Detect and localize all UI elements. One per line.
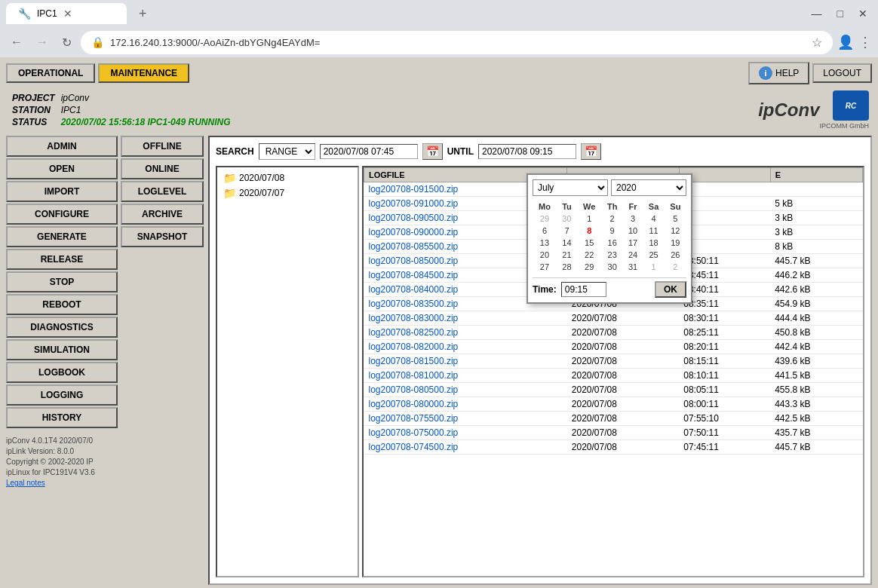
log-file-link[interactable]: log200708-085500.zip <box>369 241 459 252</box>
log-file-link[interactable]: log200708-082500.zip <box>369 327 459 338</box>
cal-day[interactable]: 3 <box>623 213 643 225</box>
cal-day[interactable]: 1 <box>577 213 601 225</box>
calendar-until-button[interactable]: 📅 <box>581 143 601 160</box>
cal-day[interactable]: 1 <box>643 261 664 273</box>
cal-day[interactable]: 15 <box>577 237 601 249</box>
archive-button[interactable]: ARCHIVE <box>121 204 204 225</box>
folder-item-20200707[interactable]: 📁 2020/07/07 <box>220 185 355 201</box>
cal-day[interactable]: 28 <box>557 261 577 273</box>
sidebar-logbook-button[interactable]: LOGBOOK <box>6 362 118 383</box>
sidebar-simulation-button[interactable]: SIMULATION <box>6 339 118 360</box>
cal-day[interactable]: 6 <box>533 225 557 237</box>
back-button[interactable]: ← <box>6 32 27 52</box>
cal-day[interactable]: 16 <box>601 237 622 249</box>
sidebar-release-button[interactable]: RELEASE <box>6 249 118 270</box>
sidebar-diagnostics-button[interactable]: DIAGNOSTICS <box>6 317 118 338</box>
log-file-link[interactable]: log200708-081000.zip <box>369 370 459 381</box>
sidebar-logging-button[interactable]: LOGGING <box>6 384 118 406</box>
cal-day[interactable]: 23 <box>601 249 622 261</box>
cal-day[interactable]: 14 <box>557 237 577 249</box>
cal-day[interactable]: 8 <box>577 225 601 237</box>
log-file-link[interactable]: log200708-090500.zip <box>369 213 459 223</box>
log-file-link[interactable]: log200708-091000.zip <box>369 198 459 209</box>
calendar-year-select[interactable]: 2018201920202021 <box>611 179 686 196</box>
maintenance-button[interactable]: MAINTENANCE <box>98 63 189 83</box>
search-until-input[interactable] <box>478 144 576 159</box>
sidebar-generate-button[interactable]: GENERATE <box>6 226 118 247</box>
cal-day[interactable]: 2 <box>601 213 622 225</box>
calendar-from-button[interactable]: 📅 <box>422 143 443 160</box>
log-file-link[interactable]: log200708-084500.zip <box>369 270 459 280</box>
log-file-link[interactable]: log200708-082000.zip <box>369 341 459 352</box>
cal-day[interactable]: 18 <box>643 237 664 249</box>
sidebar-import-button[interactable]: IMPORT <box>6 181 118 202</box>
search-type-select[interactable]: RANGE ALL SINGLE <box>259 143 315 160</box>
cal-day[interactable]: 21 <box>557 249 577 261</box>
sidebar-reboot-button[interactable]: REBOOT <box>6 294 118 315</box>
cal-day[interactable]: 13 <box>533 237 557 249</box>
close-button[interactable]: ✕ <box>854 6 872 21</box>
log-file-link[interactable]: log200708-083500.zip <box>369 299 459 309</box>
offline-button[interactable]: OFFLINE <box>121 136 204 157</box>
sidebar-configure-button[interactable]: CONFIGURE <box>6 204 118 225</box>
cal-day[interactable]: 25 <box>643 249 664 261</box>
help-button[interactable]: i HELP <box>748 62 809 84</box>
reload-button[interactable]: ↻ <box>57 32 76 53</box>
cal-day[interactable]: 9 <box>601 225 622 237</box>
folder-item-20200708[interactable]: 📁 2020/07/08 <box>220 170 355 185</box>
sidebar-open-button[interactable]: OPEN <box>6 158 118 179</box>
cal-day[interactable]: 20 <box>533 249 557 261</box>
operational-button[interactable]: OPERATIONAL <box>6 63 95 83</box>
log-file-link[interactable]: log200708-075500.zip <box>369 413 459 424</box>
cal-day[interactable]: 24 <box>623 249 643 261</box>
minimize-button[interactable]: — <box>807 6 827 21</box>
cal-day[interactable]: 10 <box>623 225 643 237</box>
log-file-link[interactable]: log200708-085000.zip <box>369 256 459 266</box>
cal-day[interactable]: 22 <box>577 249 601 261</box>
cal-day[interactable]: 4 <box>643 213 664 225</box>
cal-day[interactable]: 26 <box>665 249 686 261</box>
cal-day[interactable]: 5 <box>665 213 686 225</box>
browser-tab[interactable]: 🔧 IPC1 ✕ <box>6 3 127 24</box>
log-file-link[interactable]: log200708-074500.zip <box>369 442 459 452</box>
cal-day[interactable]: 29 <box>533 213 557 225</box>
new-tab-button[interactable]: + <box>133 5 153 23</box>
menu-button[interactable]: ⋮ <box>858 34 872 51</box>
log-file-link[interactable]: log200708-090000.zip <box>369 227 459 237</box>
loglevel-button[interactable]: LOGLEVEL <box>121 181 204 202</box>
cal-day[interactable]: 19 <box>665 237 686 249</box>
cal-day[interactable]: 7 <box>557 225 577 237</box>
logout-button[interactable]: LOGOUT <box>812 63 872 83</box>
log-file-link[interactable]: log200708-083000.zip <box>369 313 459 323</box>
online-button[interactable]: ONLINE <box>121 158 204 179</box>
cal-day[interactable]: 31 <box>623 261 643 273</box>
maximize-button[interactable]: □ <box>833 6 848 21</box>
sidebar-history-button[interactable]: HISTORY <box>6 407 118 428</box>
cal-day[interactable]: 17 <box>623 237 643 249</box>
cal-day[interactable]: 2 <box>665 261 686 273</box>
snapshot-button[interactable]: SNAPSHOT <box>121 226 204 247</box>
calendar-ok-button[interactable]: OK <box>655 281 686 298</box>
search-from-input[interactable] <box>320 144 418 159</box>
log-file-link[interactable]: log200708-084000.zip <box>369 284 459 295</box>
log-file-link[interactable]: log200708-080500.zip <box>369 384 459 395</box>
sidebar-stop-button[interactable]: STOP <box>6 271 118 292</box>
sidebar-admin-button[interactable]: ADMIN <box>6 136 118 157</box>
bookmark-button[interactable]: ☆ <box>812 35 822 50</box>
tab-close-button[interactable]: ✕ <box>63 8 72 20</box>
log-file-link[interactable]: log200708-091500.zip <box>369 184 459 194</box>
log-file-link[interactable]: log200708-081500.zip <box>369 356 459 366</box>
cal-day[interactable]: 30 <box>557 213 577 225</box>
address-bar[interactable]: 🔒 172.16.240.13:9000/-AoAiZn-dbYGNg4EAYd… <box>81 31 833 54</box>
profile-button[interactable]: 👤 <box>837 34 854 51</box>
cal-day[interactable]: 27 <box>533 261 557 273</box>
cal-day[interactable]: 12 <box>665 225 686 237</box>
cal-day[interactable]: 29 <box>577 261 601 273</box>
cal-day[interactable]: 11 <box>643 225 664 237</box>
cal-day[interactable]: 30 <box>601 261 622 273</box>
log-file-link[interactable]: log200708-075000.zip <box>369 427 459 438</box>
calendar-month-select[interactable]: JanuaryFebruaryMarch AprilMayJune JulyAu… <box>533 179 608 196</box>
legal-notes-link[interactable]: Legal notes <box>6 479 45 487</box>
log-file-link[interactable]: log200708-080000.zip <box>369 399 459 409</box>
calendar-time-input[interactable] <box>561 282 606 297</box>
